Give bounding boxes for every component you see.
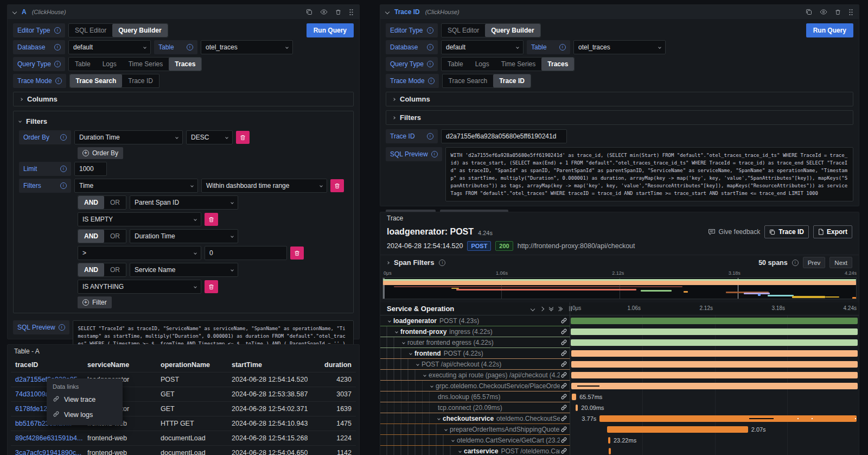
span-bar-cell[interactable]: [570, 381, 859, 391]
info-icon[interactable]: [559, 44, 566, 50]
column-header-duration[interactable]: duration: [308, 358, 356, 372]
span-row-post-api-checkout-4-22s[interactable]: POST /api/checkout (4.22s): [380, 359, 859, 370]
option-time-series[interactable]: Time Series: [123, 58, 169, 71]
collapse-query-icon[interactable]: [12, 10, 17, 14]
filter-operator-select[interactable]: >: [78, 246, 201, 260]
span-link-icon[interactable]: [560, 371, 567, 380]
span-bar-cell[interactable]: 23.22ms: [570, 435, 859, 446]
span-link-icon[interactable]: [560, 382, 567, 391]
span-duration-bar[interactable]: [599, 415, 856, 422]
info-icon[interactable]: [59, 324, 65, 331]
span-duration-bar[interactable]: [608, 437, 610, 444]
database-select[interactable]: default: [441, 40, 524, 54]
span-collapse-icon[interactable]: [430, 384, 433, 388]
expand-all-icon[interactable]: [559, 307, 562, 311]
span-bar-cell[interactable]: [570, 446, 859, 455]
span-row-prepareorderitemsandshippingquotefromcar[interactable]: prepareOrderItemsAndShippingQuoteFromCar…: [380, 424, 859, 435]
filter-field-select[interactable]: Service Name: [130, 263, 238, 277]
span-duration-bar[interactable]: [571, 372, 858, 378]
table-row[interactable]: 89cf4286e631591b4...frontend-webdocument…: [11, 431, 356, 445]
span-name-cell[interactable]: grpc.oteldemo.CheckoutService/PlaceOrder…: [380, 381, 570, 391]
span-name-cell[interactable]: tcp.connect (20.09ms): [380, 402, 570, 413]
span-link-icon[interactable]: [560, 447, 567, 455]
collapse-query-icon[interactable]: [385, 10, 390, 14]
option-query-builder[interactable]: Query Builder: [485, 24, 540, 37]
span-collapse-icon[interactable]: [416, 363, 419, 366]
view-logs-menu-item[interactable]: View logs: [47, 407, 123, 422]
span-link-icon[interactable]: [560, 339, 567, 347]
span-duration-bar[interactable]: [571, 328, 858, 335]
span-collapse-icon[interactable]: [395, 330, 398, 333]
span-collapse-icon[interactable]: [451, 439, 455, 442]
info-icon[interactable]: [427, 27, 433, 34]
option-trace-id[interactable]: Trace ID: [122, 74, 159, 87]
hide-query-icon[interactable]: [320, 9, 328, 15]
table-select[interactable]: otel_traces: [201, 40, 293, 54]
remove-order-by-button[interactable]: [236, 131, 250, 144]
span-duration-bar[interactable]: [572, 394, 577, 400]
info-icon[interactable]: [54, 44, 61, 50]
info-icon[interactable]: [427, 61, 433, 67]
delete-query-icon[interactable]: [835, 9, 841, 15]
span-row-executing-api-route-pages-api-checkout-4[interactable]: executing api route (pages) /api/checkou…: [380, 370, 859, 381]
query-row-header[interactable]: A (ClickHouse): [8, 5, 359, 19]
span-row-grpc-oteldemo-checkoutservice-placeorder[interactable]: grpc.oteldemo.CheckoutService/PlaceOrder…: [380, 381, 859, 391]
info-icon[interactable]: [54, 27, 61, 34]
column-header-starttime[interactable]: startTime: [227, 358, 308, 372]
option-trace-search[interactable]: Trace Search: [443, 74, 494, 87]
trace-panel-title[interactable]: Trace: [380, 212, 859, 224]
span-name-cell[interactable]: checkoutserviceoteldemo.CheckoutService/…: [380, 413, 570, 424]
span-bar-cell[interactable]: [570, 370, 859, 381]
info-icon[interactable]: [60, 134, 67, 141]
span-bar-cell[interactable]: 20.09ms: [570, 402, 859, 413]
info-icon[interactable]: [60, 182, 67, 189]
span-name-cell[interactable]: prepareOrderItemsAndShippingQuoteFromCar…: [380, 424, 570, 435]
remove-filter-button[interactable]: [205, 213, 218, 226]
info-icon[interactable]: [792, 260, 799, 266]
view-trace-menu-item[interactable]: View trace: [47, 392, 123, 407]
info-icon[interactable]: [428, 78, 435, 84]
span-row-router-frontend-egress-4-22s[interactable]: router frontend egress (4.22s): [380, 337, 859, 348]
span-name-cell[interactable]: POST /api/checkout (4.22s): [380, 359, 570, 370]
span-link-icon[interactable]: [560, 350, 567, 358]
span-bar-cell[interactable]: [570, 359, 859, 370]
order-by-direction-select[interactable]: DESC: [186, 130, 233, 144]
collapse-one-icon[interactable]: [531, 306, 535, 311]
info-icon[interactable]: [427, 133, 433, 140]
option-trace-id[interactable]: Trace ID: [493, 74, 531, 87]
option-table[interactable]: Table: [69, 58, 97, 71]
info-icon[interactable]: [439, 260, 445, 266]
span-duration-bar[interactable]: [571, 339, 858, 346]
trace-id-link[interactable]: 89cf4286e631591b4...: [11, 431, 83, 445]
span-name-cell[interactable]: frontendPOST (4.22s): [380, 348, 570, 359]
span-duration-bar[interactable]: [571, 318, 858, 324]
filter-value-input[interactable]: 0: [205, 246, 287, 260]
span-row-frontend-proxy[interactable]: frontend-proxyingress (4.22s): [380, 326, 859, 337]
span-row-loadgenerator[interactable]: loadgeneratorPOST (4.23s): [380, 315, 859, 326]
trace-minimap[interactable]: [382, 277, 857, 299]
info-icon[interactable]: [55, 78, 62, 84]
info-icon[interactable]: [60, 166, 67, 172]
option-logs[interactable]: Logs: [97, 58, 123, 71]
span-name-cell[interactable]: executing api route (pages) /api/checkou…: [380, 370, 570, 381]
drag-handle-icon[interactable]: [349, 9, 354, 16]
info-icon[interactable]: [427, 44, 433, 50]
give-feedback-link[interactable]: Give feedback: [708, 228, 761, 236]
span-bar-cell[interactable]: 3.77s: [570, 413, 859, 424]
option-trace-search[interactable]: Trace Search: [70, 74, 123, 87]
database-select[interactable]: default: [68, 40, 151, 54]
table-row[interactable]: 3ca7acfc91941890c...frontend-webdocument…: [11, 445, 356, 455]
span-row-dns-lookup-65-57ms[interactable]: dns.lookup (65.57ms) 65.57ms: [380, 391, 859, 402]
run-query-button[interactable]: Run Query: [806, 23, 853, 37]
span-duration-bar[interactable]: [571, 361, 858, 368]
span-row-checkoutservice[interactable]: checkoutserviceoteldemo.CheckoutService/…: [380, 413, 859, 424]
option-or[interactable]: OR: [104, 196, 126, 209]
span-collapse-icon[interactable]: [423, 374, 426, 377]
option-or[interactable]: OR: [104, 263, 126, 276]
span-row-cartservice[interactable]: cartservicePOST /oteldemo.CartService/Ge…: [380, 446, 859, 455]
span-bar-cell[interactable]: [570, 337, 859, 348]
span-link-icon[interactable]: [560, 328, 567, 337]
option-sql-editor[interactable]: SQL Editor: [442, 24, 485, 37]
span-link-icon[interactable]: [560, 404, 567, 413]
span-name-cell[interactable]: dns.lookup (65.57ms): [380, 391, 570, 402]
